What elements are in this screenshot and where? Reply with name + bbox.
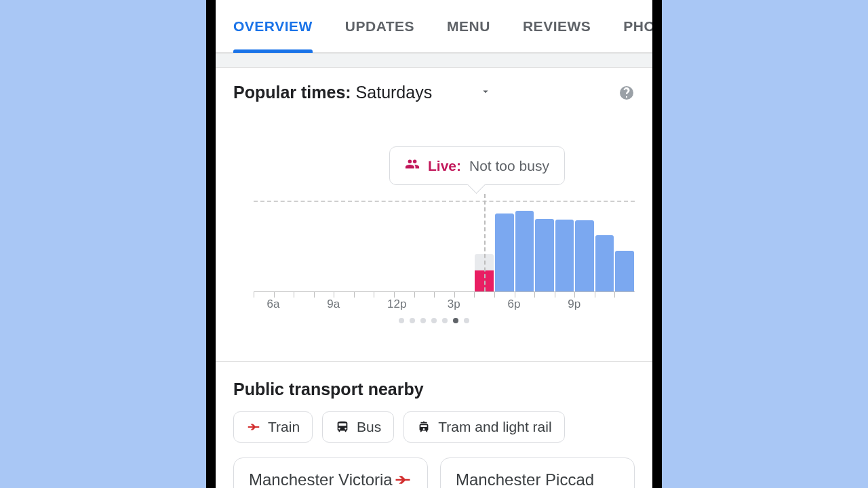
day-pagination-dots xyxy=(233,318,635,323)
tab-updates[interactable]: UPDATES xyxy=(345,0,414,52)
help-button[interactable] xyxy=(618,85,635,101)
bar-usually xyxy=(555,220,574,291)
tabs-bar: OVERVIEW UPDATES MENU REVIEWS PHOTOS xyxy=(216,0,652,53)
bar-usually xyxy=(615,251,634,291)
bar-slot[interactable] xyxy=(414,201,435,291)
popular-times-title: Popular times: Saturdays xyxy=(233,83,432,102)
x-axis-label: 6a xyxy=(267,298,328,311)
transport-chips: Train Bus Tram and light rail xyxy=(233,411,635,443)
bar-slot[interactable] xyxy=(294,201,314,291)
tick xyxy=(454,292,475,298)
day-dot[interactable] xyxy=(453,318,458,323)
live-indicator-line xyxy=(484,194,486,291)
day-dropdown-caret[interactable] xyxy=(479,85,492,100)
chart-ticks xyxy=(254,292,635,298)
tick xyxy=(555,292,575,298)
live-tooltip: Live: Not too busy xyxy=(389,146,565,185)
station-name-1: Manchester Piccad xyxy=(456,470,594,488)
tick xyxy=(314,292,334,298)
bar-slot[interactable] xyxy=(574,201,595,291)
bar-slot[interactable] xyxy=(515,201,535,291)
bus-icon xyxy=(335,420,350,434)
bar-usually xyxy=(595,235,614,291)
bar-slot[interactable] xyxy=(474,201,494,291)
day-dot[interactable] xyxy=(420,318,426,323)
bar-slot[interactable] xyxy=(254,201,274,291)
chip-tram-label: Tram and light rail xyxy=(438,419,551,435)
x-axis-label: 12p xyxy=(387,298,448,311)
tab-reviews[interactable]: REVIEWS xyxy=(523,0,591,52)
bar-slot[interactable] xyxy=(494,201,515,291)
tick xyxy=(274,292,294,298)
tick xyxy=(414,292,435,298)
chevron-down-icon xyxy=(479,85,492,98)
bar-slot[interactable] xyxy=(595,201,615,291)
tick xyxy=(374,292,394,298)
popular-times-day: Saturdays xyxy=(356,83,433,102)
station-card-1[interactable]: Manchester Piccad xyxy=(440,458,635,488)
bar-slot[interactable] xyxy=(454,201,475,291)
day-dot[interactable] xyxy=(442,318,448,323)
chart-bars xyxy=(254,201,635,291)
bar-usually xyxy=(575,220,594,291)
tick xyxy=(614,292,635,298)
tick xyxy=(394,292,414,298)
tick xyxy=(434,292,454,298)
chip-bus-label: Bus xyxy=(357,419,381,435)
day-dot[interactable] xyxy=(431,318,437,323)
station-name-0: Manchester Victoria xyxy=(249,470,393,488)
section-divider xyxy=(216,53,652,68)
x-axis-label: 9a xyxy=(327,298,387,311)
tab-menu[interactable]: MENU xyxy=(447,0,490,52)
tick xyxy=(254,292,274,298)
public-transport-section: Public transport nearby Train Bus Tram a… xyxy=(216,361,652,488)
bar-slot[interactable] xyxy=(394,201,414,291)
day-dot[interactable] xyxy=(410,318,415,323)
tick xyxy=(294,292,314,298)
bar-slot[interactable] xyxy=(555,201,575,291)
bar-slot[interactable] xyxy=(534,201,555,291)
bar-usually xyxy=(495,214,514,291)
live-label: Live: xyxy=(428,158,461,174)
tab-overview[interactable]: OVERVIEW xyxy=(233,0,313,52)
day-dot[interactable] xyxy=(399,318,404,323)
bar-slot[interactable] xyxy=(614,201,635,291)
chip-train-label: Train xyxy=(268,419,300,435)
bar-slot[interactable] xyxy=(374,201,394,291)
bar-usually xyxy=(535,219,554,291)
tick xyxy=(595,292,615,298)
tick xyxy=(494,292,515,298)
bar-slot[interactable] xyxy=(314,201,334,291)
tick xyxy=(354,292,374,298)
bar-slot[interactable] xyxy=(354,201,374,291)
tick xyxy=(474,292,494,298)
device-frame: OVERVIEW UPDATES MENU REVIEWS PHOTOS Pop… xyxy=(206,0,662,488)
x-axis-label: 9p xyxy=(568,298,628,311)
popular-times-label: Popular times: xyxy=(233,83,351,102)
popular-times-header: Popular times: Saturdays xyxy=(216,68,652,109)
tab-photos[interactable]: PHOTOS xyxy=(623,0,652,52)
chip-train[interactable]: Train xyxy=(233,411,313,443)
bar-slot[interactable] xyxy=(434,201,454,291)
tick xyxy=(534,292,555,298)
bar-usually xyxy=(515,211,534,291)
bar-slot[interactable] xyxy=(334,201,354,291)
train-icon xyxy=(246,420,261,434)
chip-tram[interactable]: Tram and light rail xyxy=(403,411,564,443)
station-card-0[interactable]: Manchester Victoria xyxy=(233,458,428,488)
x-axis-label: 3p xyxy=(448,298,508,311)
live-status: Not too busy xyxy=(469,158,549,174)
chart-plot-area xyxy=(254,201,635,292)
chart-xlabels: 6a9a12p3p6p9p xyxy=(254,298,635,311)
screen: OVERVIEW UPDATES MENU REVIEWS PHOTOS Pop… xyxy=(216,0,652,488)
x-axis-label: 6p xyxy=(508,298,568,311)
popular-times-chart: Live: Not too busy 6a9a12p3p6p9p xyxy=(233,143,635,340)
help-icon xyxy=(618,85,635,101)
tick xyxy=(574,292,595,298)
day-dot[interactable] xyxy=(464,318,469,323)
tick xyxy=(515,292,535,298)
chip-bus[interactable]: Bus xyxy=(322,411,394,443)
public-transport-heading: Public transport nearby xyxy=(233,380,635,399)
bar-slot[interactable] xyxy=(274,201,294,291)
tram-icon xyxy=(416,420,431,434)
